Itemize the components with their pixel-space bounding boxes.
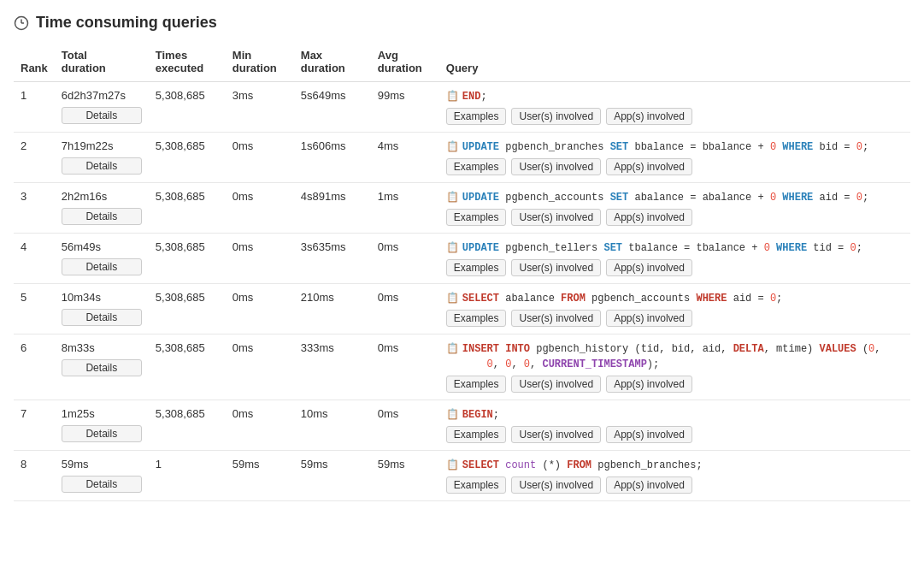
details-button[interactable]: Details <box>62 157 142 175</box>
examples-button[interactable]: Examples <box>446 310 507 327</box>
rank-cell: 3 <box>14 183 55 234</box>
examples-button[interactable]: Examples <box>446 476 507 494</box>
min-duration-cell: 59ms <box>226 451 294 501</box>
query-cell: 📋 BEGIN; Examples User(s) involved App(s… <box>439 400 910 451</box>
users-involved-button[interactable]: User(s) involved <box>511 476 601 494</box>
min-duration-cell: 0ms <box>226 334 294 400</box>
col-times-executed: Timesexecuted <box>149 45 226 82</box>
avg-duration-cell: 0ms <box>371 284 439 334</box>
max-duration-cell: 4s891ms <box>294 183 371 234</box>
table-row: 6 8m33s Details 5,308,685 0ms 333ms 0ms … <box>14 334 910 400</box>
action-buttons: Examples User(s) involved App(s) involve… <box>446 476 903 494</box>
rank-cell: 7 <box>14 400 55 451</box>
apps-involved-button[interactable]: App(s) involved <box>606 376 692 393</box>
total-duration-cell: 2h2m16s Details <box>55 183 149 234</box>
copy-icon[interactable]: 📋 <box>446 292 459 304</box>
apps-involved-button[interactable]: App(s) involved <box>606 158 692 175</box>
action-buttons: Examples User(s) involved App(s) involve… <box>446 376 903 393</box>
details-button[interactable]: Details <box>62 208 142 225</box>
examples-button[interactable]: Examples <box>446 158 507 175</box>
examples-button[interactable]: Examples <box>446 108 507 125</box>
copy-icon[interactable]: 📋 <box>446 342 459 354</box>
min-duration-cell: 0ms <box>226 284 294 334</box>
min-duration-cell: 0ms <box>226 234 294 284</box>
copy-icon[interactable]: 📋 <box>446 241 459 253</box>
rank-cell: 2 <box>14 133 55 183</box>
details-button[interactable]: Details <box>62 107 142 124</box>
users-involved-button[interactable]: User(s) involved <box>511 209 601 226</box>
clock-icon <box>14 15 29 31</box>
examples-button[interactable]: Examples <box>446 259 507 276</box>
action-buttons: Examples User(s) involved App(s) involve… <box>446 209 903 226</box>
max-duration-cell: 1s606ms <box>294 133 371 183</box>
users-involved-button[interactable]: User(s) involved <box>511 259 601 276</box>
examples-button[interactable]: Examples <box>446 376 507 393</box>
avg-duration-cell: 1ms <box>371 183 439 234</box>
table-row: 4 56m49s Details 5,308,685 0ms 3s635ms 0… <box>14 234 910 284</box>
copy-icon[interactable]: 📋 <box>446 191 459 203</box>
copy-icon[interactable]: 📋 <box>446 408 459 420</box>
rank-cell: 5 <box>14 284 55 334</box>
users-involved-button[interactable]: User(s) involved <box>511 426 601 443</box>
rank-cell: 8 <box>14 451 55 501</box>
times-executed-cell: 5,308,685 <box>149 133 226 183</box>
action-buttons: Examples User(s) involved App(s) involve… <box>446 158 903 175</box>
times-executed-cell: 5,308,685 <box>149 284 226 334</box>
avg-duration-cell: 0ms <box>371 234 439 284</box>
users-involved-button[interactable]: User(s) involved <box>511 376 601 393</box>
apps-involved-button[interactable]: App(s) involved <box>606 209 692 226</box>
col-max-duration: Maxduration <box>294 45 371 82</box>
copy-icon[interactable]: 📋 <box>446 90 459 102</box>
col-rank: Rank <box>14 45 55 82</box>
rank-cell: 6 <box>14 334 55 400</box>
details-button[interactable]: Details <box>62 476 142 493</box>
total-duration-cell: 7h19m22s Details <box>55 133 149 183</box>
query-text: SELECT count (*) FROM pgbench_branches; <box>462 458 703 473</box>
table-row: 5 10m34s Details 5,308,685 0ms 210ms 0ms… <box>14 284 910 334</box>
query-cell: 📋 SELECT count (*) FROM pgbench_branches… <box>439 451 910 501</box>
table-row: 7 1m25s Details 5,308,685 0ms 10ms 0ms 📋… <box>14 400 910 451</box>
query-cell: 📋 UPDATE pgbench_tellers SET tbalance = … <box>439 234 910 284</box>
copy-icon[interactable]: 📋 <box>446 459 459 471</box>
query-cell: 📋 SELECT abalance FROM pgbench_accounts … <box>439 284 910 334</box>
min-duration-cell: 3ms <box>226 82 294 133</box>
examples-button[interactable]: Examples <box>446 209 507 226</box>
action-buttons: Examples User(s) involved App(s) involve… <box>446 108 903 125</box>
apps-involved-button[interactable]: App(s) involved <box>606 310 692 327</box>
col-query: Query <box>439 45 910 82</box>
rank-cell: 4 <box>14 234 55 284</box>
total-duration-cell: 10m34s Details <box>55 284 149 334</box>
action-buttons: Examples User(s) involved App(s) involve… <box>446 310 903 327</box>
details-button[interactable]: Details <box>62 258 142 275</box>
min-duration-cell: 0ms <box>226 133 294 183</box>
min-duration-cell: 0ms <box>226 183 294 234</box>
col-total-duration: Totalduration <box>55 45 149 82</box>
users-involved-button[interactable]: User(s) involved <box>511 108 601 125</box>
copy-icon[interactable]: 📋 <box>446 140 459 152</box>
avg-duration-cell: 99ms <box>371 82 439 133</box>
details-button[interactable]: Details <box>62 425 142 442</box>
times-executed-cell: 5,308,685 <box>149 234 226 284</box>
details-button[interactable]: Details <box>62 359 142 376</box>
query-text: SELECT abalance FROM pgbench_accounts WH… <box>462 291 783 306</box>
times-executed-cell: 5,308,685 <box>149 82 226 133</box>
details-button[interactable]: Details <box>62 309 142 326</box>
max-duration-cell: 59ms <box>294 451 371 501</box>
query-text: UPDATE pgbench_accounts SET abalance = a… <box>462 190 868 205</box>
col-min-duration: Minduration <box>226 45 294 82</box>
total-duration-cell: 56m49s Details <box>55 234 149 284</box>
users-involved-button[interactable]: User(s) involved <box>511 310 601 327</box>
action-buttons: Examples User(s) involved App(s) involve… <box>446 259 903 276</box>
apps-involved-button[interactable]: App(s) involved <box>606 426 692 443</box>
apps-involved-button[interactable]: App(s) involved <box>606 476 692 494</box>
times-executed-cell: 5,308,685 <box>149 400 226 451</box>
col-avg-duration: Avgduration <box>371 45 439 82</box>
times-executed-cell: 5,308,685 <box>149 334 226 400</box>
times-executed-cell: 5,308,685 <box>149 183 226 234</box>
apps-involved-button[interactable]: App(s) involved <box>606 108 692 125</box>
apps-involved-button[interactable]: App(s) involved <box>606 259 692 276</box>
users-involved-button[interactable]: User(s) involved <box>511 158 601 175</box>
query-text: UPDATE pgbench_tellers SET tbalance = tb… <box>462 240 862 256</box>
examples-button[interactable]: Examples <box>446 426 507 443</box>
table-row: 1 6d2h37m27s Details 5,308,685 3ms 5s649… <box>14 82 910 133</box>
